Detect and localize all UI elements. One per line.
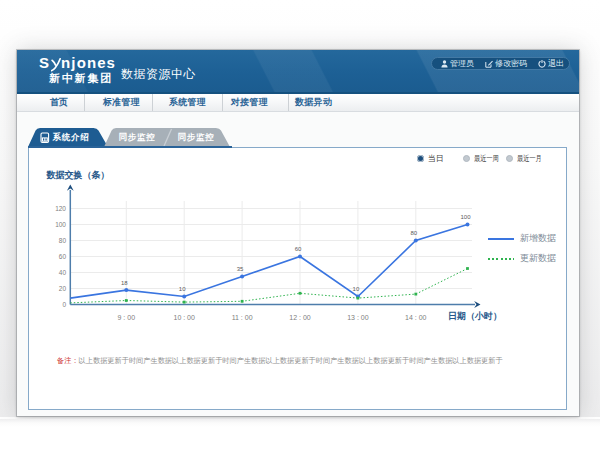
- power-icon: [538, 60, 546, 68]
- storage-icon-dot: [45, 138, 46, 140]
- nav-spacer: [338, 94, 579, 111]
- x-axis-arrow-icon: [474, 301, 480, 308]
- legend-line-solid: [488, 238, 514, 240]
- edit-icon-pen: [488, 60, 493, 65]
- content-panel: 当日 最近一周 最近一月 数据交换（条） 0204060801001209 : …: [28, 147, 567, 410]
- main-nav: 首页 标准管理 系统管理 对接管理 数据异动: [17, 94, 579, 112]
- footnote-text: 以上数据更新于时间产生数据以上数据更新于时间产生数据以上数据更新于时间产生数据以…: [79, 356, 503, 365]
- logout-button[interactable]: 退出: [538, 58, 564, 69]
- series-line-更新数据: [70, 269, 467, 303]
- y-tick-label: 60: [59, 253, 67, 260]
- backdrop-lower-white: [0, 419, 600, 450]
- data-point: [298, 255, 302, 259]
- tab-sync-monitor-2[interactable]: 同步监控: [174, 128, 218, 147]
- nav-item-home[interactable]: 首页: [28, 94, 84, 111]
- app-header: Snjones 新中新集团 数据资源中心 管理员 修改密码: [17, 50, 579, 94]
- y-tick-label: 100: [55, 221, 66, 228]
- line-chart: 0204060801001209 : 0010 : 0011 : 0012 : …: [29, 148, 568, 411]
- data-point: [357, 297, 360, 300]
- data-point: [466, 223, 470, 227]
- user-toolbar: 管理员 修改密码 退出: [431, 57, 570, 70]
- data-point: [183, 301, 186, 304]
- y-axis-arrow-icon: [67, 185, 74, 191]
- x-tick-label: 9 : 00: [118, 314, 136, 321]
- data-point-label: 10: [179, 286, 186, 292]
- chart-x-axis-title: 日期（小时）: [448, 310, 502, 323]
- logout-label: 退出: [548, 58, 564, 69]
- legend-updated-data-label: 更新数据: [520, 252, 556, 265]
- edit-icon: [485, 60, 493, 68]
- current-user[interactable]: 管理员: [441, 58, 474, 69]
- x-tick-label: 10 : 00: [173, 314, 195, 321]
- browser-page: Snjones 新中新集团 数据资源中心 管理员 修改密码: [17, 50, 579, 416]
- logo-synjones: Snjones: [39, 54, 116, 72]
- y-tick-label: 40: [59, 269, 67, 276]
- nav-item-standard-mgmt[interactable]: 标准管理: [84, 94, 152, 111]
- app-title: 数据资源中心: [121, 66, 196, 83]
- logo-y-swoosh-short-stroke: [52, 60, 55, 65]
- nav-item-system-mgmt[interactable]: 系统管理: [152, 94, 222, 111]
- y-tick-label: 0: [62, 301, 66, 308]
- tab-sync-monitor-1[interactable]: 同步监控: [115, 128, 159, 147]
- nav-item-connect-mgmt[interactable]: 对接管理: [222, 94, 288, 111]
- current-user-label: 管理员: [450, 58, 474, 69]
- data-point: [414, 239, 418, 243]
- nav-item-data-change[interactable]: 数据异动: [288, 94, 338, 111]
- data-point: [240, 275, 244, 279]
- screenshot-stage: Snjones 新中新集团 数据资源中心 管理员 修改密码: [0, 0, 600, 450]
- data-point: [124, 288, 128, 292]
- legend-new-data-label: 新增数据: [520, 232, 556, 245]
- data-point: [414, 293, 417, 296]
- chart-legend: 新增数据 更新数据: [488, 228, 556, 268]
- tab-system-intro[interactable]: 系统介绍: [49, 128, 93, 147]
- x-tick-label: 13 : 00: [347, 314, 369, 321]
- change-password-label: 修改密码: [495, 58, 527, 69]
- tab-underline: [28, 146, 232, 148]
- footnote-prefix: 备注：: [57, 356, 79, 365]
- y-tick-label: 120: [55, 205, 66, 212]
- data-point-label: 60: [295, 246, 302, 252]
- data-point: [182, 295, 186, 299]
- tab-strip: 系统介绍 同步监控 同步监控: [28, 128, 567, 147]
- data-point: [466, 267, 469, 270]
- legend-new-data: 新增数据: [488, 228, 556, 248]
- nav-left-padding: [17, 94, 28, 111]
- data-point-label: 35: [237, 266, 244, 272]
- series-line-新增数据: [70, 225, 467, 299]
- user-icon-body: [441, 64, 447, 67]
- y-tick-label: 80: [59, 237, 67, 244]
- data-point-label: 18: [121, 280, 128, 286]
- footnote: 备注：以上数据更新于时间产生数据以上数据更新于时间产生数据以上数据更新于时间产生…: [57, 356, 562, 366]
- data-point-label: 80: [410, 230, 417, 236]
- user-icon: [441, 60, 448, 68]
- logo-group-name: 新中新集团: [49, 71, 113, 86]
- data-point: [299, 292, 302, 295]
- y-tick-label: 20: [59, 285, 67, 292]
- logo-y-swoosh-icon: [51, 58, 61, 72]
- x-tick-label: 11 : 00: [232, 314, 253, 321]
- storage-icon-band: [42, 137, 48, 141]
- user-icon-head: [443, 60, 446, 63]
- data-point: [241, 300, 244, 303]
- legend-line-dotted: [488, 258, 514, 260]
- legend-updated-data: 更新数据: [488, 248, 556, 268]
- storage-icon-dot: [43, 138, 44, 140]
- data-point: [125, 299, 128, 302]
- data-point-label: 100: [460, 214, 471, 220]
- x-tick-label: 14 : 00: [405, 314, 427, 321]
- x-tick-label: 12 : 00: [289, 314, 311, 321]
- tab-strip-background: [28, 128, 567, 147]
- data-point-label: 10: [353, 286, 360, 292]
- change-password-button[interactable]: 修改密码: [485, 58, 527, 69]
